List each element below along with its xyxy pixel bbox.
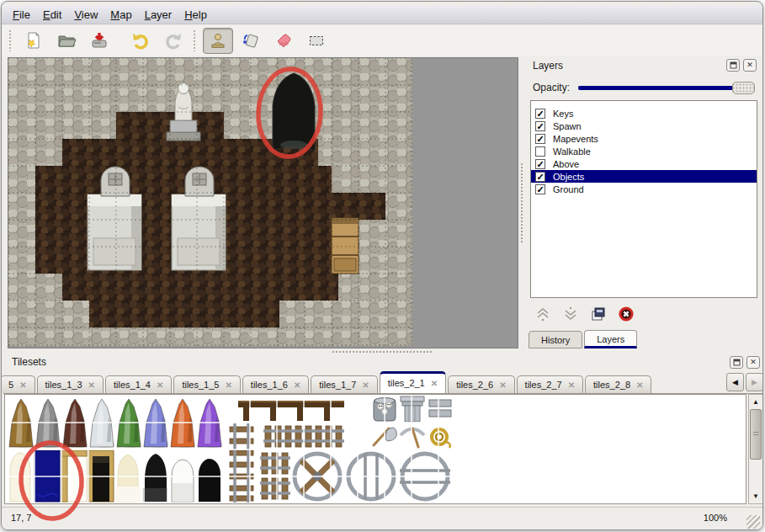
close-tab-icon[interactable]: ✕ <box>88 380 95 390</box>
layer-row-walkable[interactable]: Walkable <box>531 145 757 157</box>
layer-row-mapevents[interactable]: ✓ Mapevents <box>531 132 757 145</box>
undo-icon <box>130 30 151 51</box>
tileset-tab[interactable]: tiles_1_7✕ <box>311 375 377 393</box>
layer-row-spawn[interactable]: ✓ Spawn <box>531 120 757 132</box>
tileset-tab[interactable]: 5✕ <box>1 375 35 393</box>
layer-list: ✓ Keys ✓ Spawn ✓ Mapevents Walkable ✓ Ab… <box>530 100 757 298</box>
close-tab-icon[interactable]: ✕ <box>499 380 506 390</box>
dock-tab-history[interactable]: History <box>529 331 582 348</box>
tileset-tab[interactable]: tiles_1_4✕ <box>105 375 172 393</box>
map-cabinet <box>332 218 359 274</box>
menu-view[interactable]: View <box>74 8 98 21</box>
open-button[interactable] <box>51 28 82 54</box>
layer-row-above[interactable]: ✓ Above <box>531 157 757 170</box>
scroll-up-icon[interactable]: ▲ <box>749 396 762 408</box>
map-canvas[interactable] <box>8 58 412 346</box>
opacity-slider[interactable] <box>578 81 755 94</box>
tileset-tab[interactable]: tiles_2_6✕ <box>448 375 514 393</box>
new-file-button[interactable] <box>19 28 49 54</box>
menubar: File Edit View Map Layer Help <box>2 6 762 24</box>
tileset-tab[interactable]: tiles_1_3✕ <box>37 375 104 393</box>
layer-label: Objects <box>553 172 584 182</box>
redo-button[interactable] <box>158 28 189 54</box>
tileset-canvas[interactable] <box>5 395 746 503</box>
layer-checkbox[interactable]: ✓ <box>535 134 545 144</box>
layer-move-up-button[interactable] <box>534 306 551 322</box>
scrollbar-thumb[interactable] <box>750 409 762 460</box>
close-tab-icon[interactable]: ✕ <box>157 380 163 390</box>
undo-button[interactable] <box>125 28 156 54</box>
tileset-view[interactable] <box>4 394 746 504</box>
tab-scroll-right-button[interactable]: ▶ <box>746 373 763 391</box>
layers-panel-title: Layers <box>533 60 563 72</box>
close-panel-button[interactable]: ✕ <box>743 59 757 72</box>
layer-move-down-button[interactable] <box>562 306 579 322</box>
fill-tool-button[interactable] <box>236 28 266 54</box>
rect-select-tool-button[interactable] <box>301 28 332 54</box>
close-tab-icon[interactable]: ✕ <box>636 380 643 390</box>
tilesets-panel-title: Tilesets <box>12 356 46 368</box>
door-tile-black-arch[interactable] <box>199 459 220 502</box>
layer-label: Above <box>553 159 579 169</box>
layer-label: Keys <box>553 109 573 119</box>
toolbar-grip[interactable] <box>8 29 13 51</box>
opacity-slider-handle[interactable] <box>732 82 755 94</box>
layer-delete-button[interactable] <box>618 306 635 322</box>
tab-scroll-left-button[interactable]: ◀ <box>726 373 744 391</box>
layer-label: Mapevents <box>553 134 598 144</box>
close-tab-icon[interactable]: ✕ <box>19 380 26 390</box>
tileset-tab[interactable]: tiles_1_5✕ <box>173 375 240 393</box>
menu-map[interactable]: Map <box>110 8 131 21</box>
layer-duplicate-button[interactable] <box>590 306 607 322</box>
layer-checkbox[interactable]: ✓ <box>535 172 545 182</box>
tileset-tab[interactable]: tiles_1_6✕ <box>242 375 309 393</box>
duplicate-icon <box>590 306 607 322</box>
opacity-slider-track[interactable] <box>578 86 753 90</box>
tileset-tab[interactable]: tiles_2_7✕ <box>517 375 583 393</box>
layer-checkbox[interactable]: ✓ <box>535 109 545 119</box>
menu-file[interactable]: File <box>13 8 30 21</box>
fill-tool-icon <box>241 30 261 51</box>
float-panel-button[interactable] <box>730 356 743 369</box>
close-tab-icon[interactable]: ✕ <box>225 380 231 390</box>
menu-edit[interactable]: Edit <box>43 8 61 21</box>
layer-checkbox[interactable]: ✓ <box>535 159 545 169</box>
close-panel-button[interactable]: ✕ <box>746 356 760 369</box>
horizontal-splitter[interactable] <box>2 348 762 354</box>
vertical-splitter[interactable] <box>518 57 526 348</box>
layer-label: Walkable <box>553 146 591 157</box>
menu-help[interactable]: Help <box>184 8 207 21</box>
rect-select-icon <box>306 30 327 51</box>
eraser-tool-button[interactable] <box>268 28 299 54</box>
map-gravestone-right <box>185 167 214 196</box>
door-tile-pale[interactable] <box>10 453 30 502</box>
menu-layer[interactable]: Layer <box>145 8 173 21</box>
chevron-up-icon <box>534 306 551 322</box>
save-button[interactable] <box>84 28 114 54</box>
stamp-tool-button[interactable] <box>203 28 233 54</box>
dock-tab-layers[interactable]: Layers <box>584 330 637 348</box>
layer-row-objects[interactable]: ✓ Objects <box>531 170 757 183</box>
float-panel-button[interactable] <box>726 59 740 72</box>
layer-checkbox[interactable]: ✓ <box>535 121 545 131</box>
resize-grip[interactable] <box>746 515 760 529</box>
tileset-tab-active[interactable]: tiles_2_1✕ <box>380 371 446 393</box>
statusbar: 17, 7 100% <box>2 507 762 530</box>
tileset-scrollbar[interactable]: ▲ ▼ <box>748 394 763 504</box>
tileset-tab[interactable]: tiles_2_8✕ <box>585 375 651 393</box>
tileset-tabbar: 5✕ tiles_1_3✕ tiles_1_4✕ tiles_1_5✕ tile… <box>3 372 763 394</box>
layer-row-ground[interactable]: ✓ Ground <box>531 183 757 195</box>
layer-label: Spawn <box>553 121 582 131</box>
layer-checkbox[interactable]: ✓ <box>535 184 545 194</box>
door-tile-white-arch[interactable] <box>172 460 194 502</box>
layer-row-keys[interactable]: ✓ Keys <box>531 107 757 120</box>
map-view[interactable] <box>8 57 518 348</box>
layer-checkbox[interactable] <box>535 146 545 157</box>
close-tab-icon[interactable]: ✕ <box>362 380 369 390</box>
close-tab-icon[interactable]: ✕ <box>294 380 300 390</box>
close-tab-icon[interactable]: ✕ <box>431 379 438 388</box>
tilesets-panel: Tilesets ✕ 5✕ tiles_1_3✕ tiles_1_4✕ tile… <box>3 354 763 506</box>
close-tab-icon[interactable]: ✕ <box>568 380 575 390</box>
scroll-down-icon[interactable]: ▼ <box>749 490 762 503</box>
toolbar-grip[interactable] <box>193 29 197 51</box>
